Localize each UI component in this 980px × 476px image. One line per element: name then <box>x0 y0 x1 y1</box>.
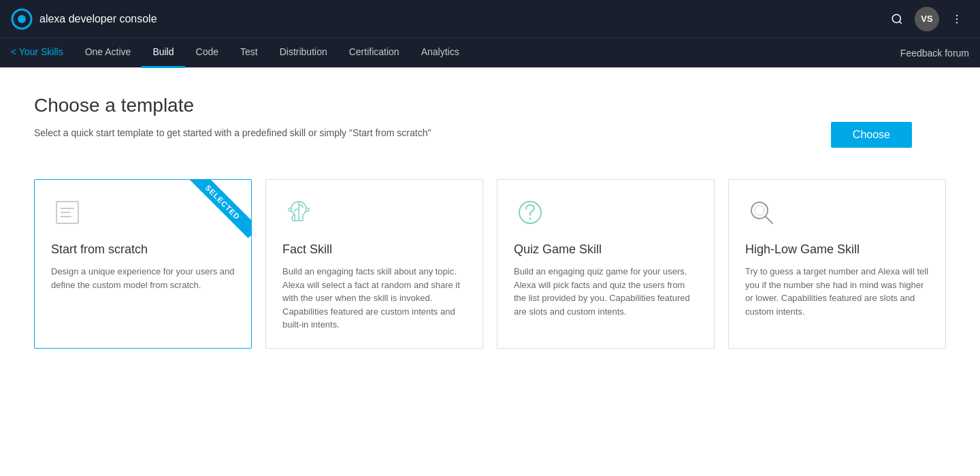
nav-item-distribution[interactable]: Distribution <box>269 38 338 68</box>
svg-point-2 <box>892 14 900 22</box>
nav-right: Feedback forum <box>900 47 969 59</box>
template-cards: Start from scratch Design a unique exper… <box>34 179 946 349</box>
nav-item-code[interactable]: Code <box>185 38 229 68</box>
template-card-quiz[interactable]: Quiz Game Skill Build an engaging quiz g… <box>497 179 715 349</box>
choose-button[interactable]: Choose <box>831 122 912 148</box>
page-title: Choose a template <box>34 95 431 116</box>
svg-line-3 <box>899 21 901 23</box>
nav-item-test[interactable]: Test <box>229 38 269 68</box>
search-icon <box>891 13 903 25</box>
alexa-logo-icon <box>11 8 33 30</box>
svg-line-15 <box>766 217 772 223</box>
logo: alexa developer console <box>11 8 885 30</box>
svg-point-16 <box>755 206 764 215</box>
title-section: Choose a template Select a quick start t… <box>34 95 431 159</box>
svg-point-5 <box>956 18 958 19</box>
top-row: Choose a template Select a quick start t… <box>34 95 946 159</box>
nav-item-build[interactable]: Build <box>142 38 184 68</box>
svg-point-4 <box>956 14 958 16</box>
nav-item-analytics[interactable]: Analytics <box>410 38 470 68</box>
content-wrapper: Choose a template Select a quick start t… <box>34 95 946 349</box>
main-content: Choose a template Select a quick start t… <box>0 67 980 476</box>
svg-point-6 <box>956 22 958 23</box>
nav-item-certification[interactable]: Certification <box>338 38 410 68</box>
header: alexa developer console VS <box>0 0 980 37</box>
nav-item-one-active[interactable]: One Active <box>74 38 142 68</box>
app-title: alexa developer console <box>39 13 157 25</box>
navigation: < Your Skills One Active Build Code Test… <box>0 37 980 67</box>
scratch-icon <box>51 196 84 229</box>
selected-ribbon <box>183 180 251 248</box>
card-title-fact: Fact Skill <box>282 242 466 257</box>
user-avatar[interactable]: VS <box>915 7 939 31</box>
svg-point-1 <box>18 15 26 23</box>
card-title-quiz: Quiz Game Skill <box>514 242 698 257</box>
template-card-fact[interactable]: Fact Skill Build an engaging facts skill… <box>265 179 483 349</box>
svg-point-13 <box>529 218 532 220</box>
card-desc-quiz: Build an engaging quiz game for your use… <box>514 265 698 318</box>
more-options-button[interactable] <box>945 7 969 31</box>
card-title-highlow: High-Low Game Skill <box>745 242 929 257</box>
feedback-forum-link[interactable]: Feedback forum <box>900 48 969 59</box>
more-icon <box>951 13 963 25</box>
brain-icon <box>282 196 315 229</box>
template-card-highlow[interactable]: High-Low Game Skill Try to guess a targe… <box>728 179 946 349</box>
magnify-icon <box>745 196 778 229</box>
search-button[interactable] <box>885 7 909 31</box>
header-actions: VS <box>885 7 969 31</box>
card-desc-highlow: Try to guess a target number and Alexa w… <box>745 265 929 318</box>
back-to-skills-link[interactable]: < Your Skills <box>11 38 74 68</box>
card-desc-scratch: Design a unique experience for your user… <box>51 265 235 291</box>
page-subtitle: Select a quick start template to get sta… <box>34 127 431 138</box>
template-card-scratch[interactable]: Start from scratch Design a unique exper… <box>34 179 252 349</box>
card-desc-fact: Build an engaging facts skill about any … <box>282 265 466 332</box>
question-icon <box>514 196 546 229</box>
